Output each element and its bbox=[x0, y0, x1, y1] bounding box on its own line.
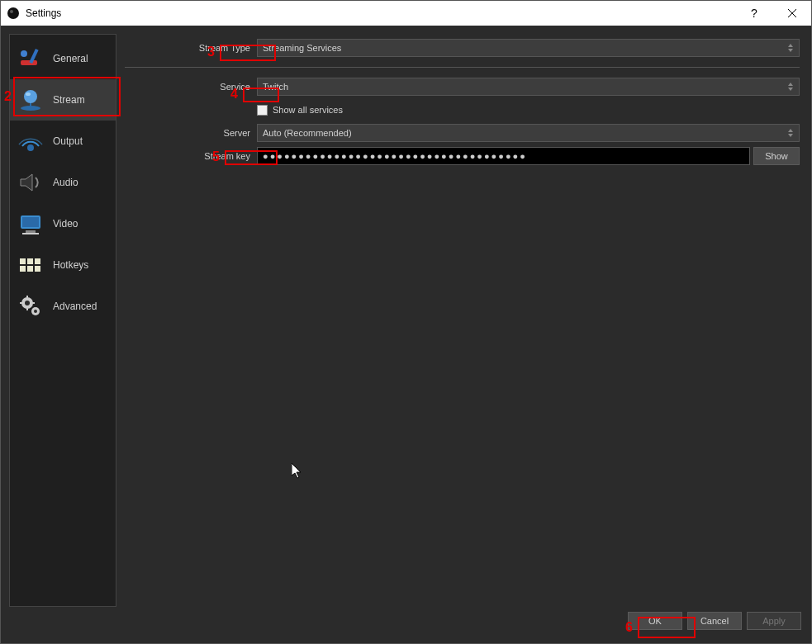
sidebar-item-audio[interactable]: Audio bbox=[10, 162, 116, 203]
sidebar-item-label: Audio bbox=[53, 177, 78, 188]
service-dropdown[interactable]: Twitch bbox=[257, 78, 800, 96]
sidebar-item-output[interactable]: Output bbox=[10, 121, 116, 162]
sidebar-item-general[interactable]: General bbox=[10, 38, 116, 79]
advanced-icon bbox=[17, 292, 45, 320]
svg-point-8 bbox=[26, 92, 31, 96]
sidebar-item-label: Advanced bbox=[53, 301, 97, 312]
server-label: Server bbox=[125, 128, 257, 138]
server-value: Auto (Recommended) bbox=[263, 128, 352, 138]
sidebar-item-label: Hotkeys bbox=[53, 259, 88, 271]
svg-rect-15 bbox=[27, 258, 33, 264]
video-icon bbox=[17, 210, 45, 238]
svg-rect-11 bbox=[22, 217, 39, 227]
sidebar-item-label: Stream bbox=[53, 94, 85, 106]
service-label: Service bbox=[125, 82, 257, 92]
stream-key-value: ●●●●●●●●●●●●●●●●●●●●●●●●●●●●●●●●●●●●● bbox=[263, 151, 527, 161]
output-icon bbox=[17, 127, 45, 155]
sidebar-item-video[interactable]: Video bbox=[10, 203, 116, 244]
close-icon bbox=[787, 8, 797, 18]
app-icon bbox=[7, 7, 19, 19]
help-button[interactable]: ? bbox=[735, 1, 773, 26]
general-icon bbox=[17, 45, 45, 73]
row-show-all: Show all services bbox=[125, 99, 800, 121]
ok-button[interactable]: OK bbox=[628, 612, 682, 630]
stream-icon bbox=[17, 86, 45, 114]
svg-rect-2 bbox=[21, 60, 37, 65]
titlebar: Settings ? bbox=[1, 1, 811, 26]
svg-rect-18 bbox=[27, 266, 33, 272]
close-button[interactable] bbox=[773, 1, 811, 26]
svg-rect-14 bbox=[20, 258, 26, 264]
stream-key-input[interactable]: ●●●●●●●●●●●●●●●●●●●●●●●●●●●●●●●●●●●●● bbox=[257, 147, 750, 165]
row-service: Service Twitch bbox=[125, 76, 800, 97]
service-value: Twitch bbox=[263, 82, 288, 92]
settings-window: Settings ? General Stream bbox=[0, 0, 812, 644]
form-area: Stream Type Streaming Services Service T… bbox=[125, 34, 803, 607]
hotkeys-icon bbox=[17, 251, 45, 279]
row-stream-type: Stream Type Streaming Services bbox=[125, 37, 800, 59]
cancel-button[interactable]: Cancel bbox=[687, 612, 742, 630]
svg-point-4 bbox=[21, 50, 27, 57]
show-all-label: Show all services bbox=[273, 105, 343, 115]
svg-rect-19 bbox=[35, 266, 40, 272]
dropdown-spinner-icon bbox=[786, 40, 795, 56]
content-area: General Stream Output bbox=[1, 26, 811, 643]
stream-type-dropdown[interactable]: Streaming Services bbox=[257, 39, 800, 57]
apply-button[interactable]: Apply bbox=[747, 612, 801, 630]
sidebar-item-label: General bbox=[53, 53, 88, 64]
svg-rect-12 bbox=[26, 230, 36, 233]
bottom-bar: OK Cancel Apply bbox=[9, 607, 803, 635]
sidebar-item-stream[interactable]: Stream bbox=[10, 79, 116, 121]
show-button[interactable]: Show bbox=[753, 147, 800, 165]
row-server: Server Auto (Recommended) bbox=[125, 122, 800, 144]
svg-point-26 bbox=[25, 301, 30, 305]
sidebar-item-advanced[interactable]: Advanced bbox=[10, 286, 116, 327]
dropdown-spinner-icon bbox=[786, 78, 795, 95]
svg-rect-16 bbox=[35, 258, 40, 264]
svg-point-9 bbox=[27, 144, 34, 151]
svg-point-7 bbox=[24, 90, 37, 103]
sidebar-item-hotkeys[interactable]: Hotkeys bbox=[10, 244, 116, 286]
server-dropdown[interactable]: Auto (Recommended) bbox=[257, 124, 800, 142]
audio-icon bbox=[17, 168, 45, 197]
show-all-checkbox[interactable] bbox=[257, 105, 268, 116]
dropdown-spinner-icon bbox=[786, 125, 795, 141]
window-title: Settings bbox=[26, 7, 61, 19]
separator bbox=[125, 67, 800, 68]
sidebar-item-label: Video bbox=[53, 218, 78, 230]
svg-rect-17 bbox=[20, 266, 26, 272]
row-stream-key: Stream key ●●●●●●●●●●●●●●●●●●●●●●●●●●●●●… bbox=[125, 145, 800, 167]
stream-type-label: Stream Type bbox=[125, 43, 257, 53]
stream-key-label: Stream key bbox=[125, 151, 257, 161]
sidebar-item-label: Output bbox=[53, 135, 83, 147]
stream-type-value: Streaming Services bbox=[263, 43, 341, 53]
svg-rect-13 bbox=[22, 233, 39, 234]
panels: General Stream Output bbox=[9, 34, 803, 607]
svg-point-27 bbox=[34, 310, 37, 313]
sidebar: General Stream Output bbox=[9, 34, 116, 607]
